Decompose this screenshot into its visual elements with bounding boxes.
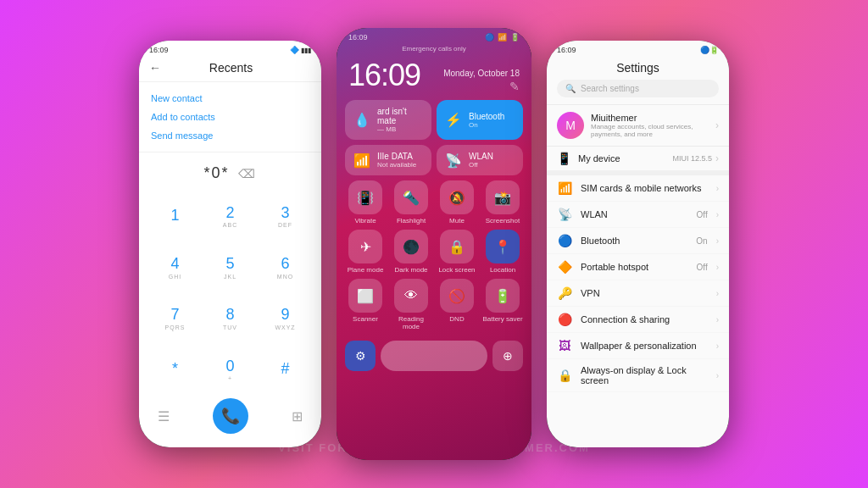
cc-tiles-top: 💧 ard isn't mate — MB ⚡ Bluetooth On 📶 [337, 100, 531, 175]
key-star[interactable]: * [149, 346, 201, 393]
device-chevron: › [715, 152, 719, 164]
profile-name: Miuithemer [591, 113, 709, 123]
sim-icon: 📶 [557, 181, 572, 195]
cc-icon-grid-1: 📳 Vibrate 🔦 Flashlight 🔕 Mute 📸 Screensh… [337, 180, 531, 225]
cc-scanner-btn[interactable]: ⬜ Scanner [345, 279, 386, 330]
settings-item-lockscreen[interactable]: 🔒 Always-on display & Lock screen › [547, 359, 729, 392]
dialer-numpad-area: *0* ⌫ 1 2ABC 3DEF 4GHI 5JKL 6MNO 7PQRS 8… [139, 152, 321, 447]
key-hash[interactable]: # [259, 346, 311, 393]
cc-time-area: 16:09 Monday, October 18 ✎ [337, 54, 531, 100]
vpn-icon: 🔑 [557, 286, 572, 300]
left-phone: 16:09 🔷 ▮▮▮ ← Recents New contact Add to… [139, 41, 321, 447]
settings-item-wallpaper[interactable]: 🖼 Wallpaper & personalization › [547, 333, 729, 359]
settings-status-time: 16:09 [557, 46, 576, 54]
settings-item-wlan[interactable]: 📡 WLAN Off › [547, 202, 729, 228]
back-button[interactable]: ← [149, 61, 161, 75]
cc-location-btn[interactable]: 📍 Location [482, 230, 523, 274]
data-tile-icon: 💧 [353, 112, 370, 128]
cc-icon-grid-2: ✈ Plane mode 🌑 Dark mode 🔒 Lock screen 📍… [337, 230, 531, 274]
settings-item-connection[interactable]: 🔴 Connection & sharing › [547, 307, 729, 333]
lockscreen-icon: 🔒 [557, 369, 572, 382]
connection-icon: 🔴 [557, 313, 572, 326]
right-phone: 16:09 🔵🔋 Settings 🔍 Search settings M Mi… [547, 41, 729, 447]
mobile-tile-icon: 📶 [353, 152, 370, 169]
cc-bottom-bar: ⚙ ⊕ [337, 336, 531, 376]
settings-profile-row[interactable]: M Miuithemer Manage accounts, cloud serv… [547, 105, 729, 147]
new-contact-button[interactable]: New contact [151, 89, 309, 108]
cc-flashlight-btn[interactable]: 🔦 Flashlight [391, 180, 431, 225]
right-phone-screen: 16:09 🔵🔋 Settings 🔍 Search settings M Mi… [547, 41, 729, 447]
dialpad-icon[interactable]: ☰ [158, 408, 170, 424]
key-7[interactable]: 7PQRS [149, 295, 201, 342]
my-device-row[interactable]: 📱 My device MIUI 12.5.5 › [547, 147, 729, 175]
hotspot-icon: 🔶 [557, 260, 572, 274]
cc-tile-bluetooth[interactable]: ⚡ Bluetooth On [437, 100, 523, 140]
contacts-icon[interactable]: ⊞ [292, 408, 303, 424]
cc-reading-btn[interactable]: 👁 Reading mode [391, 279, 431, 330]
cc-settings-btn[interactable]: ⚙ [345, 341, 376, 371]
center-phone: 16:09 🔵 📶 🔋 Emergency calls only 16:09 M… [337, 28, 531, 460]
settings-item-hotspot[interactable]: 🔶 Portable hotspot Off › [547, 254, 729, 280]
dialer-actions: New contact Add to contacts Send message [139, 82, 321, 152]
dialer-header: ← Recents [139, 56, 321, 82]
settings-header: Settings 🔍 Search settings [547, 56, 729, 105]
key-0[interactable]: 0+ [204, 346, 256, 393]
key-1[interactable]: 1 [149, 192, 201, 240]
cc-airplane-btn[interactable]: ✈ Plane mode [345, 230, 386, 274]
cc-screenshot-btn[interactable]: 📸 Screenshot [482, 180, 523, 225]
send-message-button[interactable]: Send message [151, 126, 309, 145]
cc-date: Monday, October 18 [443, 69, 520, 78]
call-button[interactable]: 📞 [213, 398, 248, 434]
search-icon: 🔍 [565, 84, 576, 93]
settings-list: M Miuithemer Manage accounts, cloud serv… [547, 105, 729, 447]
settings-item-sim[interactable]: 📶 SIM cards & mobile networks › [547, 175, 729, 202]
numpad-grid: 1 2ABC 3DEF 4GHI 5JKL 6MNO 7PQRS 8TUV 9W… [149, 192, 311, 393]
key-9[interactable]: 9WXYZ [259, 295, 311, 342]
cc-dnd-btn[interactable]: 🚫 DND [437, 279, 477, 330]
cc-icon-grid-3: ⬜ Scanner 👁 Reading mode 🚫 DND 🔋 Battery… [337, 279, 531, 330]
settings-item-vpn[interactable]: 🔑 VPN › [547, 280, 729, 307]
cc-battery-saver-btn[interactable]: 🔋 Battery saver [482, 279, 523, 330]
delete-button[interactable]: ⌫ [238, 167, 257, 180]
settings-search-bar[interactable]: 🔍 Search settings [557, 80, 719, 97]
key-3[interactable]: 3DEF [259, 192, 311, 240]
wallpaper-icon: 🖼 [557, 339, 572, 352]
profile-sub: Manage accounts, cloud services, payment… [591, 123, 709, 138]
dialer-title: Recents [168, 61, 294, 75]
dialer-bottom-row: ☰ 📞 ⊞ [149, 393, 311, 442]
settings-icon: ⚙ [355, 349, 366, 363]
bluetooth-icon: 🔵 [557, 234, 572, 247]
left-phone-screen: 16:09 🔷 ▮▮▮ ← Recents New contact Add to… [139, 41, 321, 447]
cc-vibrate-btn[interactable]: 📳 Vibrate [345, 180, 386, 225]
key-6[interactable]: 6MNO [259, 243, 311, 291]
settings-status-bar: 16:09 🔵🔋 [547, 41, 729, 56]
settings-item-bluetooth[interactable]: 🔵 Bluetooth On › [547, 228, 729, 254]
add-to-contacts-button[interactable]: Add to contacts [151, 108, 309, 126]
cc-tile-wlan[interactable]: 📡 WLAN Off [437, 145, 523, 175]
cc-emergency-text: Emergency calls only [337, 43, 531, 54]
key-2[interactable]: 2ABC [204, 192, 256, 240]
wlan-icon: 📡 [557, 208, 572, 221]
cc-status-bar: 16:09 🔵 📶 🔋 [337, 28, 531, 43]
key-4[interactable]: 4GHI [149, 243, 201, 291]
center-phone-screen: 16:09 🔵 📶 🔋 Emergency calls only 16:09 M… [337, 28, 531, 460]
cc-lockscreen-btn[interactable]: 🔒 Lock screen [437, 230, 477, 274]
key-8[interactable]: 8TUV [204, 295, 256, 342]
device-label: My device [578, 153, 620, 164]
cc-brightness-slider[interactable] [381, 341, 487, 371]
settings-title: Settings [557, 61, 719, 75]
cc-tile-data[interactable]: 💧 ard isn't mate — MB [345, 100, 431, 140]
cc-more-btn[interactable]: ⊕ [492, 341, 523, 371]
key-5[interactable]: 5JKL [204, 243, 256, 291]
profile-avatar: M [557, 112, 584, 139]
profile-chevron: › [715, 119, 719, 131]
device-icon: 📱 [557, 152, 571, 165]
cc-mute-btn[interactable]: 🔕 Mute [437, 180, 477, 225]
dialer-input-display: *0* ⌫ [149, 158, 311, 192]
cc-darkmode-btn[interactable]: 🌑 Dark mode [391, 230, 431, 274]
cc-status-time: 16:09 [348, 33, 368, 42]
cc-edit-icon[interactable]: ✎ [509, 80, 520, 93]
wlan-tile-icon: 📡 [445, 152, 462, 169]
cc-tile-mobile[interactable]: 📶 IIIe DATA Not available [345, 145, 431, 175]
bt-tile-icon: ⚡ [445, 112, 462, 128]
